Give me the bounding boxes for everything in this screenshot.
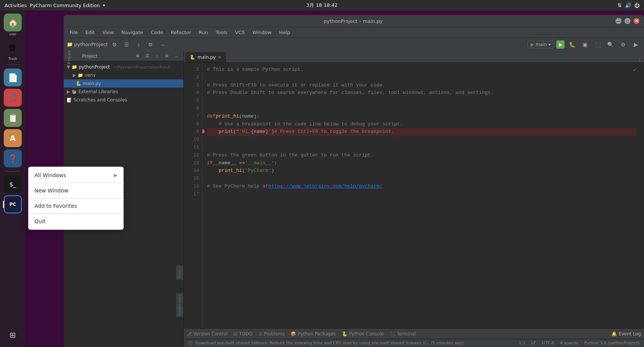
todo-label: TODO (239, 331, 252, 337)
ctx-all-windows-arrow: ▶ (114, 173, 117, 178)
trash-icon: 🗑 (9, 43, 17, 52)
menu-edit[interactable]: Edit (82, 29, 98, 36)
todo-icon: ☑ (234, 331, 238, 337)
project-options-btn[interactable]: ⚙ (163, 52, 171, 60)
tree-expand-venv-icon: ▶ (73, 73, 76, 78)
dock-item-notes[interactable]: 📋 (4, 109, 22, 127)
tree-item-main[interactable]: 🐍 main.py (64, 79, 183, 88)
menu-tools[interactable]: Tools (213, 29, 231, 36)
main-panel: Project Project ⚙ ☰ ↕ ⚙ – ▼ 📁 pythonProj… (64, 51, 644, 347)
bottom-tab-console[interactable]: 🐍 Python Console (342, 331, 384, 337)
project-settings-btn[interactable]: ⚙ (134, 52, 141, 60)
bottom-tab-todo[interactable]: ☑ TODO (234, 331, 252, 337)
dock-item-trash[interactable]: 🗑 Trash (4, 38, 22, 61)
menu-code[interactable]: Code (148, 29, 166, 36)
bottom-tab-vcs[interactable]: ⎇ Version Control (187, 331, 228, 337)
dock-item-pycharm[interactable]: PC (4, 195, 22, 213)
tab-close-btn[interactable]: ✕ (218, 55, 222, 60)
tree-venv-icon: 📁 (78, 73, 83, 78)
more-button[interactable]: ▶ (631, 39, 641, 50)
dock-item-music[interactable]: 🎵 (4, 89, 22, 107)
bottom-tab-terminal[interactable]: ⬛ Terminal (390, 331, 416, 337)
dock-item-terminal[interactable]: $_ (4, 175, 22, 193)
menu-refactor[interactable]: Refactor (168, 29, 194, 36)
bottom-tab-packages[interactable]: 📦 Python Packages (291, 331, 335, 337)
ctx-add-favorites-label: Add to Favorites (34, 203, 77, 209)
editor-tabs: 🐍 main.py ✕ ⋮ (184, 51, 644, 63)
debug-button[interactable]: 🐛 (567, 39, 577, 50)
ctx-quit-label: Quit (34, 218, 45, 224)
project-close-btn[interactable]: – (173, 52, 180, 60)
structure-label[interactable]: Stru... (176, 265, 183, 280)
dock-item-files[interactable]: 📄 (4, 69, 22, 86)
maximize-button[interactable]: □ (625, 18, 631, 24)
packages-icon: 📦 (291, 331, 296, 337)
tree-item-scratches[interactable]: 📝 Scratches and Consoles (64, 96, 183, 104)
run-config-icon: ▶ (531, 42, 534, 47)
menu-navigate[interactable]: Navigate (118, 29, 146, 36)
search-button[interactable]: 🔍 (605, 39, 616, 50)
ctx-item-quit[interactable]: Quit (28, 215, 123, 227)
sort-toolbar-btn[interactable]: ↕ (133, 39, 144, 50)
run-button[interactable]: ▶ (556, 40, 565, 49)
help-icon: ❓ (8, 154, 18, 163)
code-area: 12345 678910 1112131415 1617 ✓ # This is… (184, 63, 644, 328)
settings-toolbar-btn[interactable]: ⚙ (109, 39, 120, 50)
packages-label: Python Packages (298, 331, 335, 337)
settings-right-button[interactable]: ⚙ (618, 39, 628, 50)
minimize-button[interactable]: — (616, 18, 622, 24)
tree-expand-icon: ▼ (67, 64, 70, 70)
project-sort-btn[interactable]: ↕ (153, 52, 161, 60)
tab-more-btn[interactable]: ⋮ (637, 57, 643, 63)
tree-item-venv[interactable]: ▶ 📁 venv (64, 71, 183, 79)
menu-run[interactable]: Run (196, 29, 211, 36)
ctx-sep-2 (28, 198, 123, 198)
code-line-1: # This is a sample Python script. (207, 66, 637, 74)
bookmarks-label[interactable]: Bookmarks (176, 293, 183, 317)
menu-bar: File Edit View Navigate Code Refactor Ru… (64, 27, 644, 37)
console-icon: 🐍 (342, 331, 347, 337)
project-toolbar: Project Project ⚙ ☰ ↕ ⚙ – (64, 51, 183, 61)
project-expand-btn[interactable]: ☰ (144, 52, 151, 60)
folder-icon: 📁 (67, 42, 73, 47)
menu-file[interactable]: File (67, 29, 81, 36)
options-toolbar-btn[interactable]: ⚙ (145, 39, 156, 50)
tree-item-extlibs[interactable]: ▶ 📚 External Libraries (64, 88, 183, 96)
status-encoding[interactable]: UTF-8 (542, 341, 554, 346)
status-python[interactable]: Python 3.8 (pythonProject) (584, 341, 640, 346)
activities-button[interactable]: Activities (4, 3, 27, 8)
dock-item-apps[interactable]: ⊞ (4, 326, 22, 344)
dropdown-icon[interactable]: ▾ (103, 3, 105, 8)
close-button[interactable]: ✕ (634, 18, 640, 24)
status-indent[interactable]: 4 spaces (560, 341, 578, 346)
vcs-label: Version Control (193, 331, 228, 337)
coverage-button[interactable]: ▣ (580, 39, 590, 50)
ctx-item-all-windows[interactable]: All Windows ▶ (28, 169, 123, 181)
ctx-item-new-window[interactable]: New Window (28, 185, 123, 197)
menu-window[interactable]: Window (249, 29, 274, 36)
code-content[interactable]: ✓ # This is a sample Python script. # Pr… (202, 63, 640, 328)
tree-item-pythonproject[interactable]: ▼ 📁 pythonProject ~/PycharmProjects/pyth… (64, 63, 183, 71)
dock-item-user[interactable]: 🏠 user (4, 13, 22, 36)
tree-item-label: pythonProject (79, 64, 110, 70)
bottom-tab-problems[interactable]: ⚠ Problems (258, 331, 285, 337)
datetime-label: 3月 18 18:42 (306, 2, 338, 8)
status-position[interactable]: 1:1 (519, 341, 526, 346)
collapse-toolbar-btn[interactable]: – (157, 39, 168, 50)
menu-view[interactable]: View (99, 29, 117, 36)
volume-icon: 🔊 (625, 2, 631, 8)
tab-main-py[interactable]: 🐍 main.py ✕ (185, 52, 226, 63)
code-line-11 (207, 144, 637, 152)
dock-item-help[interactable]: ❓ (4, 149, 22, 167)
pycharm-window: pythonProject – main.py — □ ✕ File Edit … (64, 15, 644, 347)
code-line-5 (207, 97, 637, 105)
ctx-item-add-favorites[interactable]: Add to Favorites (28, 200, 123, 212)
status-line-ending[interactable]: LF (532, 341, 536, 346)
expand-toolbar-btn[interactable]: ☰ (121, 39, 132, 50)
dock-item-software[interactable]: A (4, 129, 22, 147)
bottom-tab-eventlog[interactable]: 🔔 Event Log (611, 331, 641, 337)
stop-button[interactable]: ⬛ (592, 39, 603, 50)
line-numbers: 12345 678910 1112131415 1617 (184, 63, 202, 328)
menu-vcs[interactable]: VCS (232, 29, 248, 36)
menu-help[interactable]: Help (276, 29, 293, 36)
